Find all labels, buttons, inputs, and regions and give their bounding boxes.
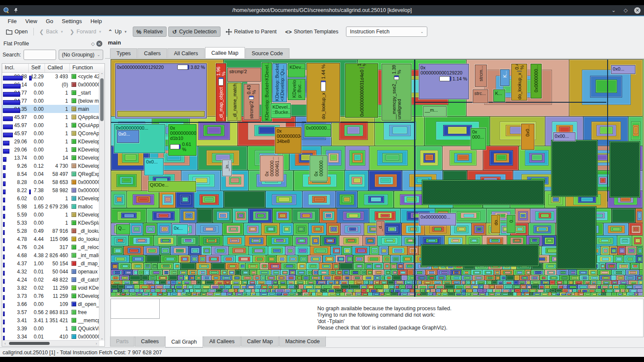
table-row[interactable]: 8.280.0458 6530x00000000 bbox=[2, 178, 99, 186]
menu-item-go[interactable]: Go bbox=[42, 17, 57, 25]
table-row[interactable]: 45.970.001QApplicatio bbox=[2, 113, 99, 121]
tab-types[interactable]: Types bbox=[110, 48, 137, 58]
scroll-right-icon[interactable]: › bbox=[93, 341, 99, 346]
column-header[interactable]: Incl. bbox=[2, 64, 29, 72]
treemap-block[interactable]: 0x00... bbox=[553, 132, 575, 141]
scroll-down-icon[interactable]: ⌄ bbox=[99, 336, 104, 340]
table-row[interactable]: 8.227.3858 9820x00000000 bbox=[2, 186, 99, 194]
table-row[interactable]: 4.371.0050 154_dl_map_o bbox=[2, 259, 99, 267]
up-button[interactable]: ⌃ Up▾ bbox=[104, 27, 130, 36]
treemap-block[interactable]: KDevelop::Bucket<KDevel... bbox=[262, 62, 272, 122]
treemap-block[interactable]: KDev... bbox=[288, 63, 305, 77]
dock-close-icon[interactable]: ✕ bbox=[96, 41, 102, 47]
treemap-block[interactable]: _d... bbox=[376, 221, 385, 236]
shorten-templates-toggle[interactable]: <> Shorten Templates bbox=[282, 27, 342, 36]
search-input[interactable] bbox=[24, 50, 56, 60]
tab-parts[interactable]: Parts bbox=[110, 336, 134, 347]
treemap-block[interactable]: strc... bbox=[473, 89, 488, 103]
table-row[interactable]: 8.540.0458 497QRegExp:: bbox=[2, 170, 99, 178]
table-row[interactable]: 3.340.014100x00000000 bbox=[2, 332, 99, 341]
treemap-block[interactable]: 0x 000000... bbox=[310, 155, 328, 181]
forward-button[interactable]: ❯ Forward▾ bbox=[66, 27, 104, 36]
menu-item-view[interactable]: View bbox=[21, 17, 42, 25]
table-row[interactable]: 29.060.001KDevelop:: bbox=[2, 137, 99, 145]
graph-overview-box[interactable] bbox=[110, 299, 160, 319]
treemap-block[interactable]: __memcpy_sse2_ unaligned1.39 % bbox=[382, 64, 411, 121]
treemap-block[interactable]: K... bbox=[500, 69, 509, 86]
treemap-block[interactable]: KDevel... ::Bucke... bbox=[271, 103, 291, 118]
tab-source-code[interactable]: Source Code bbox=[245, 48, 289, 58]
treemap-dark-region[interactable] bbox=[556, 206, 596, 269]
column-header[interactable]: Function bbox=[70, 64, 104, 72]
column-header[interactable]: Self bbox=[29, 64, 45, 72]
treemap-block[interactable]: 0x0... bbox=[144, 158, 164, 175]
treemap-block[interactable]: do_lookup_x1.44 % bbox=[307, 63, 340, 122]
vertical-scrollbar[interactable]: ⌃ ⌄ bbox=[99, 72, 104, 341]
treemap-block[interactable]: K... bbox=[493, 89, 505, 102]
table-row[interactable]: 84.350.001main bbox=[2, 105, 99, 113]
treemap-block[interactable]: 0x00000000001292203.82 % bbox=[115, 63, 207, 119]
table-row[interactable]: 3.413.411 351 421__memcpy bbox=[2, 316, 99, 324]
treemap-dark-region[interactable] bbox=[609, 141, 640, 198]
treemap-block[interactable]: 0x 00000000002 d1b100.61 % bbox=[168, 124, 197, 156]
treemap-dark-region[interactable] bbox=[551, 140, 598, 196]
menu-item-help[interactable]: Help bbox=[86, 17, 106, 25]
back-button[interactable]: ❮ Back▾ bbox=[36, 27, 66, 36]
maximize-icon[interactable]: ◇ bbox=[622, 7, 629, 14]
table-row[interactable]: 45.970.001QCoreAppl bbox=[2, 129, 99, 137]
table-row[interactable]: 5.330.001KDevSplash bbox=[2, 219, 99, 227]
tab-call-graph[interactable]: Call Graph bbox=[165, 336, 203, 347]
tab-all-callers[interactable]: All Callers bbox=[167, 48, 204, 58]
treemap-block[interactable]: QIODe... bbox=[148, 181, 196, 192]
treemap-block[interactable]: 0x 000000... 000461... bbox=[260, 155, 283, 181]
cycle-detection-toggle[interactable]: ↺ Cycle Detection bbox=[168, 27, 220, 37]
relative-to-parent-toggle[interactable]: Relative to Parent bbox=[222, 27, 280, 36]
treemap-block[interactable]: 0x00000000... bbox=[419, 213, 456, 226]
tab-callee-map[interactable]: Callee Map bbox=[205, 47, 245, 58]
table-row[interactable]: 5.280.4987 916_dl_lookup bbox=[2, 227, 99, 235]
treemap-block[interactable]: 0x0... bbox=[117, 130, 139, 143]
menu-item-file[interactable]: File bbox=[3, 17, 21, 25]
menu-item-settings[interactable]: Settings bbox=[57, 17, 86, 25]
table-row[interactable]: 3.390.001QQuickVie bbox=[2, 324, 99, 332]
treemap-block[interactable]: _dl_map_object1.96 % bbox=[216, 63, 226, 122]
tab-machine-code[interactable]: Machine Code bbox=[279, 336, 326, 347]
treemap-block[interactable]: KDevelo p::Buc... bbox=[288, 79, 305, 100]
table-row[interactable]: 4.240.0248 822_dl_catch_ bbox=[2, 276, 99, 284]
table-row[interactable]: 3.730.7611 259KDevelop:: bbox=[2, 292, 99, 300]
table-row[interactable]: 45.970.001QGuiApplic bbox=[2, 121, 99, 129]
tab-caller-map[interactable]: Caller Map bbox=[241, 336, 279, 347]
treemap-block[interactable]: 0x000000000031d4e01.28 % bbox=[345, 63, 378, 118]
horizontal-scrollbar[interactable]: ‹ › bbox=[2, 340, 99, 346]
table-row[interactable]: 5.981.652 679 236malloc bbox=[2, 202, 99, 211]
treemap-block[interactable]: 0x 000... bbox=[471, 128, 486, 150]
table-row[interactable]: 3.820.0211 259void KDeve bbox=[2, 284, 99, 292]
treemap-block[interactable]: 0x0000000... bbox=[531, 64, 542, 98]
tab-all-callees[interactable]: All Callees bbox=[203, 336, 241, 347]
table-row[interactable]: 3.570.562 863 813free bbox=[2, 308, 99, 316]
treemap-block[interactable]: 0x 00000000001292201.14 % bbox=[419, 64, 469, 99]
table-row[interactable]: 84.770.001_start bbox=[2, 89, 99, 97]
callee-treemap[interactable]: 0x00000000001292203.82 %_dl_map_object1.… bbox=[110, 59, 644, 297]
scroll-left-icon[interactable]: ‹ bbox=[2, 341, 8, 346]
relative-toggle[interactable]: % Relative bbox=[133, 27, 167, 37]
close-icon[interactable]: ✕ bbox=[634, 7, 641, 14]
table-row[interactable]: 3.660.00109dl_open_w bbox=[2, 300, 99, 308]
treemap-block[interactable]: strcmp'20.43 % bbox=[244, 84, 259, 120]
table-row[interactable]: 4.684.382 826 460_int_malloc bbox=[2, 251, 99, 259]
table-row[interactable]: 4.320.0150 044openaux bbox=[2, 267, 99, 276]
treemap-block[interactable]: _in... bbox=[222, 160, 232, 176]
table-row[interactable]: 98.3812.293 493<cycle 42> bbox=[2, 72, 99, 80]
treemap-dark-region[interactable] bbox=[421, 244, 539, 267]
treemap-block[interactable]: 0x000000... bbox=[304, 124, 331, 137]
treemap-block[interactable]: 0... bbox=[507, 215, 516, 233]
column-header[interactable]: Called bbox=[45, 64, 70, 72]
treemap-block[interactable]: Q... bbox=[116, 224, 130, 234]
table-row[interactable]: 4.760.24317_dl_relocat bbox=[2, 243, 99, 251]
tab-callees[interactable]: Callees bbox=[135, 336, 165, 347]
minimize-icon[interactable]: ⌄ bbox=[610, 7, 617, 14]
treemap-block[interactable]: __m... bbox=[423, 106, 447, 117]
treemap-block[interactable]: strcm... bbox=[475, 65, 487, 87]
table-row[interactable]: 29.060.001KDevelop:: bbox=[2, 145, 99, 154]
treemap-dark-region[interactable] bbox=[422, 180, 545, 205]
